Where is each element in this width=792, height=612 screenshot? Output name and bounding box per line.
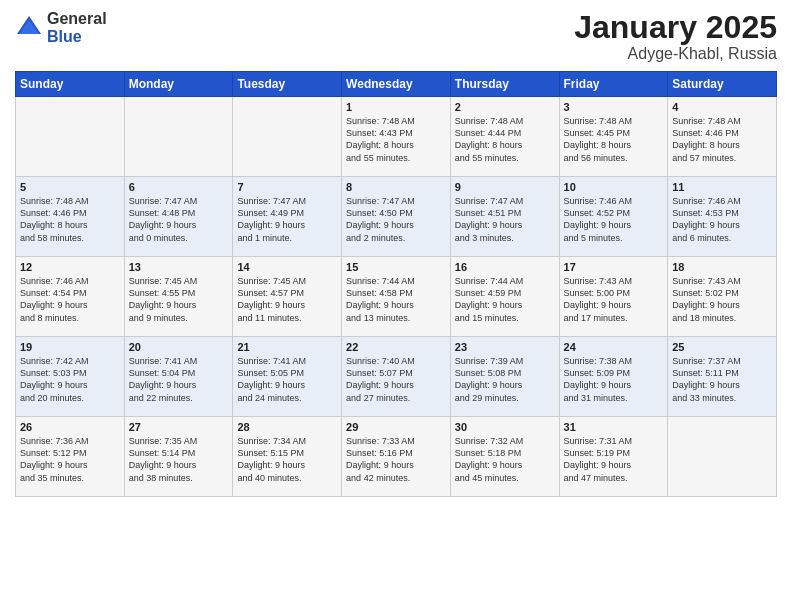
- calendar-cell: 17Sunrise: 7:43 AM Sunset: 5:00 PM Dayli…: [559, 257, 668, 337]
- calendar-cell: 14Sunrise: 7:45 AM Sunset: 4:57 PM Dayli…: [233, 257, 342, 337]
- calendar-cell: 12Sunrise: 7:46 AM Sunset: 4:54 PM Dayli…: [16, 257, 125, 337]
- day-info: Sunrise: 7:48 AM Sunset: 4:46 PM Dayligh…: [20, 195, 120, 244]
- week-row-1: 1Sunrise: 7:48 AM Sunset: 4:43 PM Daylig…: [16, 97, 777, 177]
- day-info: Sunrise: 7:34 AM Sunset: 5:15 PM Dayligh…: [237, 435, 337, 484]
- calendar-cell: 15Sunrise: 7:44 AM Sunset: 4:58 PM Dayli…: [342, 257, 451, 337]
- day-number: 19: [20, 341, 120, 353]
- day-number: 12: [20, 261, 120, 273]
- header-day-wednesday: Wednesday: [342, 72, 451, 97]
- calendar-cell: 7Sunrise: 7:47 AM Sunset: 4:49 PM Daylig…: [233, 177, 342, 257]
- calendar-cell: 22Sunrise: 7:40 AM Sunset: 5:07 PM Dayli…: [342, 337, 451, 417]
- calendar-cell: 11Sunrise: 7:46 AM Sunset: 4:53 PM Dayli…: [668, 177, 777, 257]
- calendar: SundayMondayTuesdayWednesdayThursdayFrid…: [15, 71, 777, 497]
- header: General Blue January 2025 Adyge-Khabl, R…: [15, 10, 777, 63]
- day-number: 9: [455, 181, 555, 193]
- day-info: Sunrise: 7:44 AM Sunset: 4:58 PM Dayligh…: [346, 275, 446, 324]
- logo-text: General Blue: [47, 10, 107, 45]
- week-row-2: 5Sunrise: 7:48 AM Sunset: 4:46 PM Daylig…: [16, 177, 777, 257]
- calendar-cell: 10Sunrise: 7:46 AM Sunset: 4:52 PM Dayli…: [559, 177, 668, 257]
- day-number: 26: [20, 421, 120, 433]
- day-info: Sunrise: 7:33 AM Sunset: 5:16 PM Dayligh…: [346, 435, 446, 484]
- calendar-cell: 25Sunrise: 7:37 AM Sunset: 5:11 PM Dayli…: [668, 337, 777, 417]
- day-number: 4: [672, 101, 772, 113]
- day-info: Sunrise: 7:31 AM Sunset: 5:19 PM Dayligh…: [564, 435, 664, 484]
- day-number: 29: [346, 421, 446, 433]
- calendar-cell: 26Sunrise: 7:36 AM Sunset: 5:12 PM Dayli…: [16, 417, 125, 497]
- day-info: Sunrise: 7:44 AM Sunset: 4:59 PM Dayligh…: [455, 275, 555, 324]
- day-info: Sunrise: 7:48 AM Sunset: 4:43 PM Dayligh…: [346, 115, 446, 164]
- day-number: 8: [346, 181, 446, 193]
- day-number: 23: [455, 341, 555, 353]
- day-number: 3: [564, 101, 664, 113]
- day-info: Sunrise: 7:47 AM Sunset: 4:48 PM Dayligh…: [129, 195, 229, 244]
- day-number: 30: [455, 421, 555, 433]
- header-row: SundayMondayTuesdayWednesdayThursdayFrid…: [16, 72, 777, 97]
- calendar-cell: 20Sunrise: 7:41 AM Sunset: 5:04 PM Dayli…: [124, 337, 233, 417]
- calendar-cell: [16, 97, 125, 177]
- day-info: Sunrise: 7:47 AM Sunset: 4:51 PM Dayligh…: [455, 195, 555, 244]
- calendar-cell: [124, 97, 233, 177]
- day-number: 28: [237, 421, 337, 433]
- week-row-3: 12Sunrise: 7:46 AM Sunset: 4:54 PM Dayli…: [16, 257, 777, 337]
- calendar-body: 1Sunrise: 7:48 AM Sunset: 4:43 PM Daylig…: [16, 97, 777, 497]
- day-info: Sunrise: 7:39 AM Sunset: 5:08 PM Dayligh…: [455, 355, 555, 404]
- day-number: 1: [346, 101, 446, 113]
- day-number: 10: [564, 181, 664, 193]
- calendar-cell: 18Sunrise: 7:43 AM Sunset: 5:02 PM Dayli…: [668, 257, 777, 337]
- calendar-cell: 19Sunrise: 7:42 AM Sunset: 5:03 PM Dayli…: [16, 337, 125, 417]
- day-info: Sunrise: 7:43 AM Sunset: 5:02 PM Dayligh…: [672, 275, 772, 324]
- calendar-cell: 21Sunrise: 7:41 AM Sunset: 5:05 PM Dayli…: [233, 337, 342, 417]
- calendar-cell: 31Sunrise: 7:31 AM Sunset: 5:19 PM Dayli…: [559, 417, 668, 497]
- day-info: Sunrise: 7:46 AM Sunset: 4:52 PM Dayligh…: [564, 195, 664, 244]
- day-number: 7: [237, 181, 337, 193]
- title-area: January 2025 Adyge-Khabl, Russia: [574, 10, 777, 63]
- header-day-monday: Monday: [124, 72, 233, 97]
- day-number: 27: [129, 421, 229, 433]
- day-number: 11: [672, 181, 772, 193]
- day-info: Sunrise: 7:45 AM Sunset: 4:55 PM Dayligh…: [129, 275, 229, 324]
- calendar-cell: 4Sunrise: 7:48 AM Sunset: 4:46 PM Daylig…: [668, 97, 777, 177]
- day-number: 6: [129, 181, 229, 193]
- calendar-cell: 28Sunrise: 7:34 AM Sunset: 5:15 PM Dayli…: [233, 417, 342, 497]
- calendar-cell: 5Sunrise: 7:48 AM Sunset: 4:46 PM Daylig…: [16, 177, 125, 257]
- week-row-4: 19Sunrise: 7:42 AM Sunset: 5:03 PM Dayli…: [16, 337, 777, 417]
- day-info: Sunrise: 7:48 AM Sunset: 4:44 PM Dayligh…: [455, 115, 555, 164]
- title-month: January 2025: [574, 10, 777, 45]
- day-number: 18: [672, 261, 772, 273]
- week-row-5: 26Sunrise: 7:36 AM Sunset: 5:12 PM Dayli…: [16, 417, 777, 497]
- day-info: Sunrise: 7:47 AM Sunset: 4:49 PM Dayligh…: [237, 195, 337, 244]
- calendar-cell: 24Sunrise: 7:38 AM Sunset: 5:09 PM Dayli…: [559, 337, 668, 417]
- page: General Blue January 2025 Adyge-Khabl, R…: [0, 0, 792, 612]
- title-location: Adyge-Khabl, Russia: [574, 45, 777, 63]
- day-number: 24: [564, 341, 664, 353]
- calendar-cell: 3Sunrise: 7:48 AM Sunset: 4:45 PM Daylig…: [559, 97, 668, 177]
- day-info: Sunrise: 7:32 AM Sunset: 5:18 PM Dayligh…: [455, 435, 555, 484]
- day-number: 5: [20, 181, 120, 193]
- day-info: Sunrise: 7:42 AM Sunset: 5:03 PM Dayligh…: [20, 355, 120, 404]
- day-number: 21: [237, 341, 337, 353]
- logo-icon: [15, 14, 43, 42]
- day-number: 25: [672, 341, 772, 353]
- day-number: 22: [346, 341, 446, 353]
- calendar-cell: 16Sunrise: 7:44 AM Sunset: 4:59 PM Dayli…: [450, 257, 559, 337]
- day-number: 16: [455, 261, 555, 273]
- calendar-cell: 29Sunrise: 7:33 AM Sunset: 5:16 PM Dayli…: [342, 417, 451, 497]
- calendar-cell: 8Sunrise: 7:47 AM Sunset: 4:50 PM Daylig…: [342, 177, 451, 257]
- logo-general: General: [47, 10, 107, 28]
- day-info: Sunrise: 7:48 AM Sunset: 4:45 PM Dayligh…: [564, 115, 664, 164]
- calendar-cell: 9Sunrise: 7:47 AM Sunset: 4:51 PM Daylig…: [450, 177, 559, 257]
- day-info: Sunrise: 7:48 AM Sunset: 4:46 PM Dayligh…: [672, 115, 772, 164]
- day-info: Sunrise: 7:41 AM Sunset: 5:04 PM Dayligh…: [129, 355, 229, 404]
- day-info: Sunrise: 7:46 AM Sunset: 4:53 PM Dayligh…: [672, 195, 772, 244]
- day-number: 14: [237, 261, 337, 273]
- day-number: 15: [346, 261, 446, 273]
- calendar-cell: 27Sunrise: 7:35 AM Sunset: 5:14 PM Dayli…: [124, 417, 233, 497]
- logo: General Blue: [15, 10, 107, 45]
- day-info: Sunrise: 7:41 AM Sunset: 5:05 PM Dayligh…: [237, 355, 337, 404]
- calendar-cell: 30Sunrise: 7:32 AM Sunset: 5:18 PM Dayli…: [450, 417, 559, 497]
- day-info: Sunrise: 7:38 AM Sunset: 5:09 PM Dayligh…: [564, 355, 664, 404]
- header-day-friday: Friday: [559, 72, 668, 97]
- day-number: 13: [129, 261, 229, 273]
- day-info: Sunrise: 7:40 AM Sunset: 5:07 PM Dayligh…: [346, 355, 446, 404]
- day-info: Sunrise: 7:36 AM Sunset: 5:12 PM Dayligh…: [20, 435, 120, 484]
